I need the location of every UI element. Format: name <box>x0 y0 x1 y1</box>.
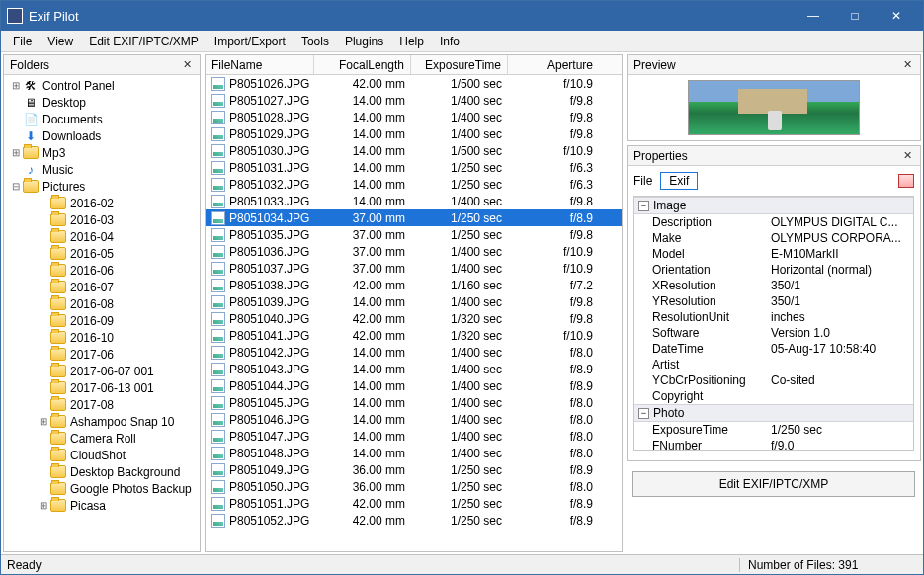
properties-grid[interactable]: −ImageDescriptionOLYMPUS DIGITAL C...Mak… <box>633 196 914 451</box>
tree-item[interactable]: 2016-10 <box>4 329 200 346</box>
file-row[interactable]: P8051043.JPG14.00 mm1/400 secf/8.9 <box>206 361 622 377</box>
menu-tools[interactable]: Tools <box>294 33 337 50</box>
file-row[interactable]: P8051047.JPG14.00 mm1/400 secf/8.0 <box>206 428 622 445</box>
file-row[interactable]: P8051051.JPG42.00 mm1/250 secf/8.9 <box>206 495 622 512</box>
file-row[interactable]: P8051028.JPG14.00 mm1/400 secf/9.8 <box>206 109 622 125</box>
tree-item[interactable]: ⬇Downloads <box>4 127 200 144</box>
file-row[interactable]: P8051045.JPG14.00 mm1/400 secf/8.0 <box>206 394 622 411</box>
file-row[interactable]: P8051034.JPG37.00 mm1/250 secf/8.9 <box>206 209 622 226</box>
file-row[interactable]: P8051038.JPG42.00 mm1/160 secf/7.2 <box>206 277 622 293</box>
file-row[interactable]: P8051030.JPG14.00 mm1/500 secf/10.9 <box>206 142 622 159</box>
close-button[interactable]: ✕ <box>876 1 917 31</box>
preview-close-icon[interactable]: ✕ <box>900 58 914 72</box>
file-row[interactable]: P8051037.JPG37.00 mm1/400 secf/10.9 <box>206 260 622 277</box>
tree-item[interactable]: 2016-03 <box>4 211 200 228</box>
file-row[interactable]: P8051044.JPG14.00 mm1/400 secf/8.9 <box>206 377 622 394</box>
prop-group-photo[interactable]: −Photo <box>634 404 913 422</box>
tab-exif[interactable]: Exif <box>660 172 698 190</box>
file-row[interactable]: P8051031.JPG14.00 mm1/250 secf/6.3 <box>206 159 622 176</box>
expand-icon[interactable]: ⊟ <box>10 181 22 192</box>
prop-group-image[interactable]: −Image <box>634 197 913 214</box>
tree-item[interactable]: 🖥Desktop <box>4 94 200 111</box>
tree-item[interactable]: 2016-04 <box>4 228 200 245</box>
file-row[interactable]: P8051046.JPG14.00 mm1/400 secf/8.0 <box>206 411 622 428</box>
menu-file[interactable]: File <box>5 33 40 50</box>
menu-help[interactable]: Help <box>391 33 432 50</box>
prop-row[interactable]: XResolution350/1 <box>634 278 913 293</box>
titlebar[interactable]: Exif Pilot — □ ✕ <box>1 1 923 31</box>
prop-row[interactable]: MakeOLYMPUS CORPORA... <box>634 230 913 246</box>
prop-row[interactable]: DateTime05-Aug-17 10:58:40 <box>634 341 913 357</box>
file-row[interactable]: P8051036.JPG37.00 mm1/400 secf/10.9 <box>206 243 622 260</box>
tree-item[interactable]: 2017-08 <box>4 396 200 413</box>
file-row[interactable]: P8051048.JPG14.00 mm1/400 secf/8.0 <box>206 445 622 461</box>
menu-info[interactable]: Info <box>432 33 467 50</box>
tree-item[interactable]: 2016-02 <box>4 195 200 211</box>
maximize-button[interactable]: □ <box>834 1 876 31</box>
expand-icon[interactable]: ⊞ <box>10 147 22 158</box>
minimize-button[interactable]: — <box>793 1 834 31</box>
prop-row[interactable]: ResolutionUnitinches <box>634 309 913 325</box>
expand-icon[interactable]: ⊞ <box>38 416 49 427</box>
file-row[interactable]: P8051032.JPG14.00 mm1/250 secf/6.3 <box>206 176 622 193</box>
file-row[interactable]: P8051050.JPG36.00 mm1/250 secf/8.0 <box>206 478 622 495</box>
column-header-focallength[interactable]: FocalLength <box>314 55 411 74</box>
tree-item[interactable]: 2016-08 <box>4 295 200 312</box>
properties-close-icon[interactable]: ✕ <box>900 149 914 163</box>
prop-row[interactable]: Copyright <box>634 388 913 404</box>
menu-view[interactable]: View <box>40 33 81 50</box>
collapse-icon[interactable]: − <box>638 201 649 211</box>
tree-item[interactable]: Camera Roll <box>4 430 200 447</box>
menu-edit-exif-iptc-xmp[interactable]: Edit EXIF/IPTC/XMP <box>81 33 207 50</box>
folder-tree[interactable]: ⊞🛠Control Panel🖥Desktop📄Documents⬇Downlo… <box>4 75 200 551</box>
folders-close-icon[interactable]: ✕ <box>180 58 194 72</box>
tree-item[interactable]: 2016-05 <box>4 245 200 262</box>
prop-row[interactable]: YResolution350/1 <box>634 293 913 309</box>
tree-item[interactable]: 2017-06-07 001 <box>4 363 200 379</box>
file-row[interactable]: P8051041.JPG42.00 mm1/320 secf/10.9 <box>206 327 622 344</box>
file-row[interactable]: P8051040.JPG42.00 mm1/320 secf/9.8 <box>206 310 622 327</box>
prop-row[interactable]: ExposureTime1/250 sec <box>634 422 913 438</box>
tree-item[interactable]: 📄Documents <box>4 111 200 127</box>
file-row[interactable]: P8051033.JPG14.00 mm1/400 secf/9.8 <box>206 193 622 209</box>
edit-exif-button[interactable]: Edit EXIF/IPTC/XMP <box>632 471 915 497</box>
expand-icon[interactable]: ⊞ <box>38 500 49 511</box>
file-row[interactable]: P8051042.JPG14.00 mm1/400 secf/8.0 <box>206 344 622 361</box>
file-row[interactable]: P8051052.JPG42.00 mm1/250 secf/8.9 <box>206 512 622 529</box>
column-header-aperture[interactable]: Aperture <box>508 55 599 74</box>
tree-item[interactable]: 2017-06-13 001 <box>4 379 200 396</box>
options-icon[interactable] <box>898 174 914 188</box>
tree-item[interactable]: CloudShot <box>4 447 200 463</box>
prop-row[interactable]: YCbCrPositioningCo-sited <box>634 372 913 388</box>
tree-item[interactable]: ⊞🛠Control Panel <box>4 77 200 94</box>
file-row[interactable]: P8051035.JPG37.00 mm1/250 secf/9.8 <box>206 226 622 243</box>
tree-item[interactable]: ⊞Picasa <box>4 497 200 514</box>
file-row[interactable]: P8051026.JPG42.00 mm1/500 secf/10.9 <box>206 75 622 92</box>
tree-item[interactable]: Google Photos Backup <box>4 480 200 497</box>
prop-row[interactable]: Artist <box>634 357 913 372</box>
file-list[interactable]: FileNameFocalLengthExposureTimeApertureP… <box>206 55 622 551</box>
menu-import-export[interactable]: Import/Export <box>207 33 294 50</box>
tree-item[interactable]: ⊞Ashampoo Snap 10 <box>4 413 200 430</box>
tree-item[interactable]: 2016-07 <box>4 279 200 295</box>
column-header-filename[interactable]: FileName <box>206 55 314 74</box>
prop-row[interactable]: ModelE-M10MarkII <box>634 246 913 262</box>
tree-item[interactable]: 2017-06 <box>4 346 200 363</box>
tree-item[interactable]: ⊟Pictures <box>4 178 200 195</box>
tree-item[interactable]: ⊞Mp3 <box>4 144 200 161</box>
file-row[interactable]: P8051027.JPG14.00 mm1/400 secf/9.8 <box>206 92 622 109</box>
menu-plugins[interactable]: Plugins <box>337 33 391 50</box>
collapse-icon[interactable]: − <box>638 408 649 419</box>
prop-row[interactable]: FNumberf/9.0 <box>634 438 913 451</box>
tree-item[interactable]: 2016-09 <box>4 312 200 329</box>
file-row[interactable]: P8051029.JPG14.00 mm1/400 secf/9.8 <box>206 125 622 142</box>
prop-row[interactable]: DescriptionOLYMPUS DIGITAL C... <box>634 214 913 230</box>
file-row[interactable]: P8051039.JPG14.00 mm1/400 secf/9.8 <box>206 293 622 310</box>
expand-icon[interactable]: ⊞ <box>10 80 22 91</box>
prop-row[interactable]: SoftwareVersion 1.0 <box>634 325 913 341</box>
prop-row[interactable]: OrientationHorizontal (normal) <box>634 262 913 278</box>
column-header-exposuretime[interactable]: ExposureTime <box>411 55 508 74</box>
file-row[interactable]: P8051049.JPG36.00 mm1/250 secf/8.9 <box>206 461 622 478</box>
tree-item[interactable]: Desktop Background <box>4 463 200 480</box>
tree-item[interactable]: ♪Music <box>4 161 200 178</box>
